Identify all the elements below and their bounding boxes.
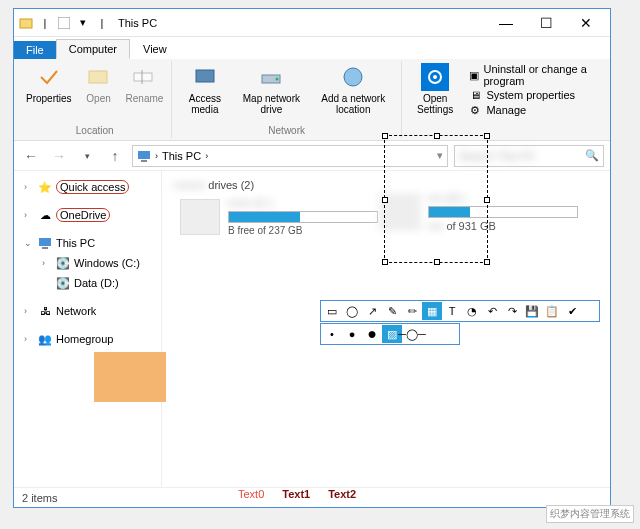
ribbon-group-location: Properties Open Rename Location (18, 61, 172, 138)
svg-rect-0 (20, 19, 32, 28)
annotation-toolbar[interactable]: ▭ ◯ ↗ ✎ ✏ ▦ T ◔ ↶ ↷ 💾 📋 ✔ (320, 300, 600, 322)
add-location-button[interactable]: Add a network location (309, 61, 396, 117)
label: Quick access (56, 180, 129, 194)
label: Rename (126, 93, 164, 104)
tree-quick-access[interactable]: ›⭐Quick access (16, 177, 159, 197)
minimize-button[interactable]: — (486, 11, 526, 35)
brush-toolbar[interactable]: • ● ● ▨ ─◯─ (320, 323, 460, 345)
done-button[interactable]: ✔ (562, 302, 582, 320)
pen-tool[interactable]: ✎ (382, 302, 402, 320)
breadcrumb[interactable]: › This PC › ▾ (132, 145, 448, 167)
tree-homegroup[interactable]: ›👥Homegroup (16, 329, 159, 349)
open-button[interactable]: Open (78, 61, 120, 106)
network-icon: 🖧 (37, 303, 53, 319)
close-button[interactable]: ✕ (566, 11, 606, 35)
drive-free: B free of 237 GB (228, 225, 388, 236)
sticky-note[interactable] (94, 352, 166, 402)
forward-button[interactable]: → (48, 145, 70, 167)
undo-button[interactable]: ↶ (482, 302, 502, 320)
up-button[interactable]: ↑ (104, 145, 126, 167)
system-properties-button[interactable]: 🖥System properties (468, 88, 600, 102)
text2: Text2 (328, 488, 356, 500)
counter-tool[interactable]: ◔ (462, 302, 482, 320)
map-drive-button[interactable]: Map network drive (235, 61, 307, 117)
label: Uninstall or change a program (483, 63, 600, 87)
search-input[interactable]: Search This PC 🔍 (454, 145, 604, 167)
back-button[interactable]: ← (20, 145, 42, 167)
rect-tool[interactable]: ▭ (322, 302, 342, 320)
maximize-button[interactable]: ☐ (526, 11, 566, 35)
label: Add a network location (313, 93, 392, 115)
label: Properties (26, 93, 72, 104)
tab-view[interactable]: View (130, 39, 180, 59)
watermark: 织梦内容管理系统 (546, 505, 634, 523)
divider-icon: | (94, 15, 110, 31)
folder-icon (18, 15, 34, 31)
tree-onedrive[interactable]: ›☁OneDrive (16, 205, 159, 225)
checkbox-icon[interactable] (56, 15, 72, 31)
svg-rect-5 (196, 70, 214, 82)
drive-icon (257, 63, 285, 91)
svg-rect-2 (89, 71, 107, 83)
redo-button[interactable]: ↷ (502, 302, 522, 320)
size-med[interactable]: ● (342, 325, 362, 343)
tree-drive-c[interactable]: ›💽Windows (C:) (16, 253, 159, 273)
window-title: This PC (118, 17, 157, 29)
disk-icon: 💽 (55, 275, 71, 291)
label: System properties (486, 89, 575, 101)
svg-rect-1 (58, 17, 70, 29)
tools-icon: ⚙ (468, 103, 482, 117)
text1: Text1 (282, 488, 310, 500)
ribbon-tabs: File Computer View (14, 37, 610, 59)
label: OneDrive (56, 208, 110, 222)
footer-text: Text0 Text1 Text2 (238, 488, 356, 500)
recent-dropdown[interactable]: ▾ (76, 145, 98, 167)
size-small[interactable]: • (322, 325, 342, 343)
media-icon (191, 63, 219, 91)
cloud-icon: ☁ (37, 207, 53, 223)
save-button[interactable]: 💾 (522, 302, 542, 320)
slider[interactable]: ─◯─ (402, 325, 422, 343)
drive-free: ▪▪▪▪ of 931 GB (428, 220, 588, 232)
section-heading: ▪▪▪▪▪▪▪▪ drives (2) (174, 179, 598, 191)
tree-network[interactable]: ›🖧Network (16, 301, 159, 321)
svg-point-8 (344, 68, 362, 86)
size-large[interactable]: ● (362, 325, 382, 343)
copy-button[interactable]: 📋 (542, 302, 562, 320)
dropdown-icon[interactable]: ▾ (75, 15, 91, 31)
tab-file[interactable]: File (14, 41, 56, 59)
ellipse-tool[interactable]: ◯ (342, 302, 362, 320)
ribbon: Properties Open Rename Location Access m… (14, 59, 610, 141)
label: Data (D:) (74, 277, 119, 289)
uninstall-button[interactable]: ▣Uninstall or change a program (468, 63, 600, 87)
pc-icon (137, 149, 151, 163)
text-tool[interactable]: T (442, 302, 462, 320)
label: Access media (180, 93, 229, 115)
pc-icon (37, 235, 53, 251)
svg-rect-13 (39, 238, 51, 246)
manage-button[interactable]: ⚙Manage (468, 103, 600, 117)
rename-button[interactable]: Rename (122, 61, 168, 106)
divider-icon: | (37, 15, 53, 31)
drive-name: ▪▪▪▪ (D:) (428, 192, 588, 204)
usage-bar (428, 206, 578, 218)
tab-computer[interactable]: Computer (56, 39, 130, 59)
tree-drive-d[interactable]: 💽Data (D:) (16, 273, 159, 293)
tree-this-pc[interactable]: ⌄This PC (16, 233, 159, 253)
mosaic-tool[interactable]: ▦ (422, 302, 442, 320)
label: Homegroup (56, 333, 113, 345)
label: Manage (486, 104, 526, 116)
group-label: Network (268, 123, 305, 138)
arrow-tool[interactable]: ↗ (362, 302, 382, 320)
label: Network (56, 305, 96, 317)
marker-tool[interactable]: ✏ (402, 302, 422, 320)
text0: Text0 (238, 488, 264, 500)
search-icon[interactable]: 🔍 (585, 149, 599, 162)
ribbon-group-network: Access media Map network drive Add a net… (172, 61, 402, 138)
open-settings-button[interactable]: Open Settings (406, 61, 464, 117)
properties-button[interactable]: Properties (22, 61, 76, 106)
label: Map network drive (239, 93, 303, 115)
breadcrumb-segment[interactable]: This PC (162, 150, 201, 162)
access-media-button[interactable]: Access media (176, 61, 233, 117)
drive-item[interactable]: ▪▪▪▪ (D:) ▪▪▪▪ of 931 GB (380, 192, 598, 232)
